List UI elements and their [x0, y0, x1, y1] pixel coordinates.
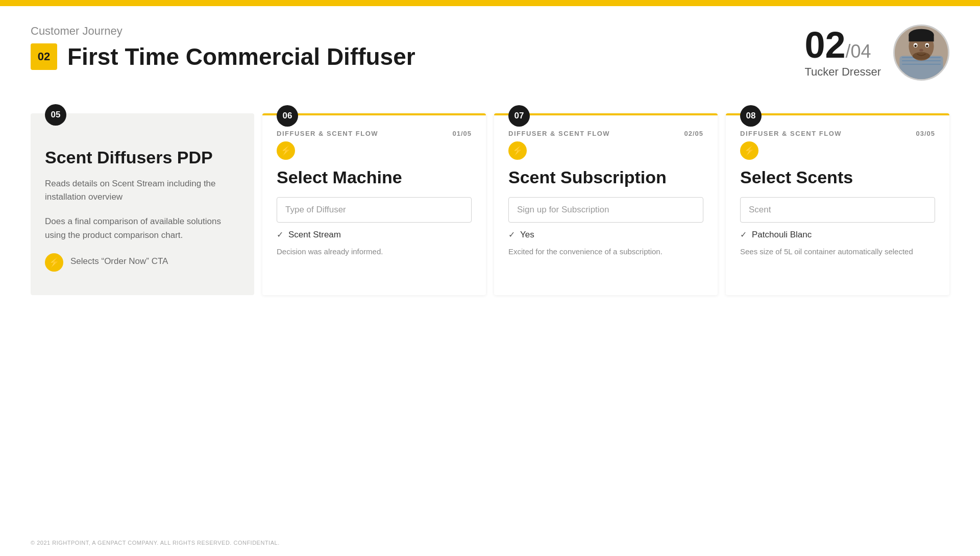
card-4-input-text: Scent: [749, 205, 771, 214]
avatar-image: [895, 26, 948, 79]
customer-journey-label: Customer Journey: [31, 25, 415, 38]
page-number-badge: 02: [31, 43, 57, 70]
lightning-icon-1: ⚡: [45, 253, 63, 272]
card-3-header: DIFFUSER & SCENT FLOW 02/05: [508, 130, 703, 137]
card-4-title: Select Scents: [740, 167, 935, 188]
card-3-checked-value: Yes: [520, 230, 534, 240]
check-icon-1: ✓: [277, 230, 283, 239]
cta-item: ⚡ Selects “Order Now” CTA: [45, 253, 240, 279]
card-select-machine: 06 DIFFUSER & SCENT FLOW 01/05 ⚡ Select …: [262, 113, 486, 295]
svg-point-14: [919, 49, 923, 52]
main-content: 05 Scent Diffusers PDP Reads details on …: [0, 91, 980, 316]
card-2-checked-value: Scent Stream: [288, 230, 341, 240]
card-3-input-text: Sign up for Subscription: [517, 205, 609, 214]
card-2-input-text: Type of Diffuser: [285, 205, 346, 214]
card-scent-subscription: 07 DIFFUSER & SCENT FLOW 02/05 ⚡ Scent S…: [494, 113, 718, 295]
slide-counter: 02/04 Tucker Dresser: [804, 27, 881, 79]
counter-total: /04: [846, 41, 871, 62]
card-1-desc2: Does a final comparison of available sol…: [45, 215, 240, 242]
card-select-scents: 08 DIFFUSER & SCENT FLOW 03/05 ⚡ Select …: [726, 113, 949, 295]
card-4-tag: DIFFUSER & SCENT FLOW: [740, 130, 842, 137]
card-4-header: DIFFUSER & SCENT FLOW 03/05: [740, 130, 935, 137]
card-3-note: Excited for the convenience of a subscri…: [508, 246, 703, 258]
card-scent-diffusers-pdp: 05 Scent Diffusers PDP Reads details on …: [31, 113, 254, 295]
header: Customer Journey 02 First Time Commercia…: [0, 6, 980, 91]
card-4-note: Sees size of 5L oil container automatica…: [740, 246, 935, 258]
page-title: First Time Commercial Diffuser: [67, 43, 415, 70]
card-3-step-num: 02/05: [684, 130, 703, 137]
counter-number: 02/04: [804, 27, 881, 63]
lightning-icon-3: ⚡: [508, 141, 527, 160]
card-2-title: Select Machine: [277, 167, 472, 188]
avatar: [893, 25, 949, 81]
svg-point-13: [926, 44, 928, 47]
step-badge-06: 06: [277, 105, 298, 127]
cta-text: Selects “Order Now” CTA: [70, 253, 168, 267]
footer: © 2021 RIGHTPOINT, A GENPACT COMPANY. AL…: [31, 540, 280, 546]
card-3-title: Scent Subscription: [508, 167, 703, 188]
top-bar: [0, 0, 980, 6]
page-title-row: 02 First Time Commercial Diffuser: [31, 43, 415, 70]
card-3-checked: ✓ Yes: [508, 230, 703, 240]
svg-point-12: [914, 44, 917, 47]
card-1-desc1: Reads details on Scent Stream including …: [45, 177, 240, 204]
counter-current: 02: [804, 25, 845, 65]
card-2-input[interactable]: Type of Diffuser: [277, 197, 472, 223]
card-4-step-num: 03/05: [916, 130, 935, 137]
card-2-checked: ✓ Scent Stream: [277, 230, 472, 240]
counter-name: Tucker Dresser: [804, 65, 881, 79]
card-4-checked: ✓ Patchouli Blanc: [740, 230, 935, 240]
header-right: 02/04 Tucker Dresser: [804, 25, 949, 81]
card-1-title: Scent Diffusers PDP: [45, 147, 240, 168]
step-badge-07: 07: [508, 105, 530, 127]
card-2-step-num: 01/05: [452, 130, 472, 137]
card-3-tag: DIFFUSER & SCENT FLOW: [508, 130, 610, 137]
card-2-note: Decision was already informed.: [277, 246, 472, 258]
card-2-tag: DIFFUSER & SCENT FLOW: [277, 130, 378, 137]
check-icon-3: ✓: [740, 230, 747, 239]
card-4-input[interactable]: Scent: [740, 197, 935, 223]
lightning-icon-4: ⚡: [740, 141, 758, 160]
card-4-checked-value: Patchouli Blanc: [752, 230, 812, 240]
step-badge-05: 05: [45, 104, 66, 126]
card-2-header: DIFFUSER & SCENT FLOW 01/05: [277, 130, 472, 137]
footer-text: © 2021 RIGHTPOINT, A GENPACT COMPANY. AL…: [31, 540, 280, 546]
lightning-icon-2: ⚡: [277, 141, 295, 160]
svg-rect-8: [909, 35, 934, 41]
header-left: Customer Journey 02 First Time Commercia…: [31, 25, 415, 70]
check-icon-2: ✓: [508, 230, 515, 239]
card-3-input[interactable]: Sign up for Subscription: [508, 197, 703, 223]
step-badge-08: 08: [740, 105, 762, 127]
